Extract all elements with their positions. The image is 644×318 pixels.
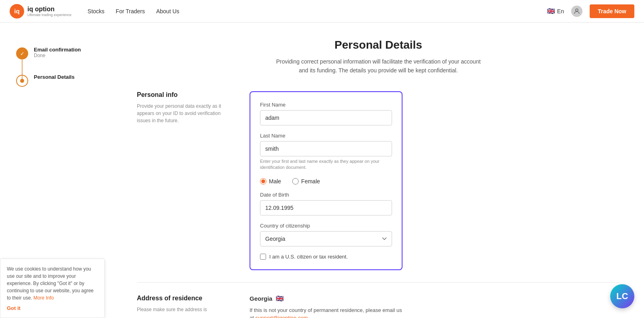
male-label: Male (269, 178, 281, 185)
step-1: ✓ Email confirmation Done (16, 47, 97, 59)
more-info-link[interactable]: More Info (33, 295, 54, 301)
address-country-display: Georgia 🇬🇧 (250, 295, 402, 302)
address-right: Georgia 🇬🇧 If this is not your country o… (250, 295, 402, 318)
chat-widget[interactable]: LC (610, 284, 634, 308)
step-2-circle (16, 75, 28, 87)
dob-label: Date of Birth (260, 192, 392, 198)
address-flag-icon: 🇬🇧 (276, 295, 284, 302)
country-group: Country of citizenship Georgia United St… (260, 223, 392, 246)
svg-point-0 (576, 9, 578, 11)
first-name-input[interactable] (260, 110, 392, 125)
trade-now-button[interactable]: Trade Now (590, 4, 634, 18)
section-divider (137, 282, 620, 283)
main-content: Personal Details Providing correct perso… (113, 23, 644, 318)
male-radio[interactable] (260, 178, 266, 185)
personal-info-section: Personal info Provide your personal data… (137, 91, 620, 270)
female-radio-label[interactable]: Female (292, 178, 320, 185)
us-citizen-row: I am a U.S. citizen or tax resident. (260, 254, 392, 260)
country-label: Country of citizenship (260, 223, 392, 229)
first-name-label: First Name (260, 102, 392, 108)
nav-stocks[interactable]: Stocks (88, 8, 105, 14)
dob-group: Date of Birth (260, 192, 392, 215)
nav-right: 🇬🇧 En Trade Now (547, 4, 634, 18)
last-name-label: Last Name (260, 133, 392, 139)
name-hint: Enter your first and last name exactly a… (260, 158, 392, 171)
female-radio[interactable] (292, 178, 299, 185)
cookie-text: We use cookies to understand how you use… (7, 265, 98, 302)
first-name-group: First Name (260, 102, 392, 125)
dob-input[interactable] (260, 200, 392, 215)
nav-links: Stocks For Traders About Us (88, 8, 180, 14)
country-select[interactable]: Georgia United States United Kingdom Ger… (260, 231, 392, 246)
step-1-circle: ✓ (16, 47, 28, 59)
address-note: If this is not your country of permanent… (250, 306, 402, 318)
chat-icon: LC (616, 291, 628, 302)
step-1-sublabel: Done (34, 53, 81, 58)
step-2-label: Personal Details (34, 74, 74, 80)
personal-info-form: First Name Last Name Enter your first an… (250, 91, 402, 270)
us-citizen-checkbox[interactable] (260, 254, 266, 260)
step-2: Personal Details (16, 74, 97, 87)
step-1-label: Email confirmation (34, 47, 81, 53)
brand-tagline: Ultimate trading experience (27, 13, 72, 17)
personal-info-sidebar: Personal info Provide your personal data… (137, 91, 225, 124)
address-info-sidebar: Address of residence Please make sure th… (137, 295, 225, 313)
nav-about-us[interactable]: About Us (156, 8, 180, 14)
navbar: iq iq option Ultimate trading experience… (0, 0, 644, 23)
page-title: Personal Details (137, 39, 620, 51)
female-label: Female (301, 178, 320, 185)
user-avatar[interactable] (571, 6, 582, 17)
last-name-group: Last Name Enter your first and last name… (260, 133, 392, 171)
male-radio-label[interactable]: Male (260, 178, 281, 185)
gender-group: Male Female (260, 178, 392, 185)
address-title: Address of residence (137, 295, 225, 302)
cookie-banner: We use cookies to understand how you use… (0, 259, 105, 318)
address-country-name: Georgia (250, 295, 272, 302)
personal-info-desc: Provide your personal data exactly as it… (137, 103, 225, 124)
logo[interactable]: iq iq option Ultimate trading experience (10, 4, 72, 18)
last-name-input[interactable] (260, 141, 392, 156)
got-it-button[interactable]: Got it (7, 305, 21, 311)
page-subtitle: Providing correct personal information w… (274, 57, 483, 75)
address-desc: Please make sure the address is (137, 306, 225, 313)
uk-flag-icon: 🇬🇧 (547, 7, 555, 15)
support-email-link[interactable]: support@iqoption.com (255, 315, 308, 318)
logo-icon: iq (10, 4, 24, 18)
nav-for-traders[interactable]: For Traders (116, 8, 145, 14)
step-2-dot (20, 79, 24, 83)
personal-info-title: Personal info (137, 91, 225, 98)
language-selector[interactable]: 🇬🇧 En (547, 7, 564, 15)
lang-label: En (557, 8, 564, 14)
us-citizen-label: I am a U.S. citizen or tax resident. (269, 254, 348, 260)
brand-name: iq option (27, 6, 72, 13)
address-section: Address of residence Please make sure th… (137, 295, 620, 318)
